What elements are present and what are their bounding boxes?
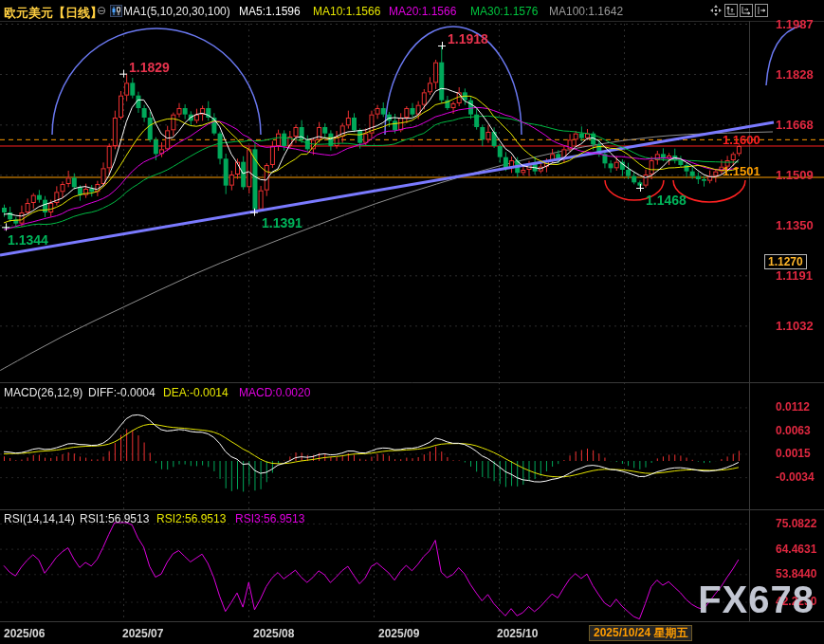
extreme-annotation: 1.1829: [129, 60, 170, 75]
x-axis-label: 2025/09: [378, 627, 419, 640]
macd-header-item: DIFF:-0.0004: [88, 386, 156, 399]
extreme-annotation: 1.1468: [646, 193, 687, 208]
support-price-label: 1.1501: [723, 164, 760, 178]
y-axis-label: 1.1987: [776, 17, 814, 31]
x-axis-label: 2025/07: [122, 627, 163, 640]
macd-header-item: DEA:-0.0014: [163, 386, 229, 399]
current-price-label: 1.1600: [723, 133, 760, 147]
extreme-annotation: 1.1391: [262, 215, 302, 230]
macd-header-item: MACD:0.0020: [239, 386, 310, 399]
extreme-annotation: 1.1344: [8, 232, 48, 248]
current-date-label: 2025/10/24 星期五: [589, 625, 692, 641]
y-axis-label: 1.1509: [776, 168, 814, 182]
rsi-axis-label: 75.0822: [776, 517, 816, 530]
rsi-axis-label: 64.4631: [776, 543, 816, 556]
scale-y-icon[interactable]: [724, 4, 738, 17]
y-axis-label: 1.1350: [776, 218, 814, 232]
rsi-header-item: RSI(14,14,14): [4, 512, 75, 525]
ma-readout: MA10:1.1566: [313, 5, 380, 18]
macd-axis-label: 0.0015: [776, 447, 811, 460]
ma-settings-label: MA1(5,10,20,30,100): [123, 5, 230, 18]
ma-readout: MA20:1.1566: [389, 5, 456, 18]
extreme-annotation: 1.1918: [448, 31, 488, 46]
x-axis-label: 2025/06: [4, 627, 45, 640]
x-axis-label: 2025/08: [253, 627, 294, 640]
symbol-title: 欧元美元【日线】: [4, 5, 102, 22]
y-axis-label: 1.1191: [776, 268, 813, 283]
y-axis-label: 1.1828: [776, 67, 814, 82]
ma-readout: MA5:1.1596: [239, 5, 301, 18]
shift-right-icon[interactable]: [755, 4, 768, 17]
rsi-header-item: RSI2:56.9513: [156, 512, 226, 525]
y-axis-label: 1.1032: [776, 319, 814, 333]
rsi-header-item: RSI3:56.9513: [235, 512, 304, 525]
chart-window: 欧元美元【日线】 ⊖ MA1(5,10,20,30,100) MA5:1.159…: [0, 0, 824, 644]
watermark-fx678: FX678: [698, 579, 815, 621]
price-alert-box: 1.1270: [764, 254, 807, 269]
minus-circle-icon[interactable]: ⊖: [97, 4, 106, 17]
price-chart-canvas[interactable]: [0, 0, 824, 644]
scale-x-icon[interactable]: [740, 4, 753, 17]
macd-axis-label: 0.0063: [776, 424, 811, 437]
macd-header-item: MACD(26,12,9): [4, 386, 82, 399]
ma-readout: MA100:1.1642: [549, 5, 623, 18]
move-icon[interactable]: [709, 4, 723, 17]
y-axis-label: 1.1668: [776, 118, 814, 132]
rsi-header-item: RSI1:56.9513: [80, 512, 149, 525]
chart-type-icon[interactable]: [110, 5, 122, 17]
macd-axis-label: 0.0112: [776, 400, 810, 414]
ma-readout: MA30:1.1576: [470, 5, 538, 18]
x-axis-label: 2025/10: [497, 627, 538, 640]
macd-axis-label: -0.0034: [776, 470, 815, 484]
